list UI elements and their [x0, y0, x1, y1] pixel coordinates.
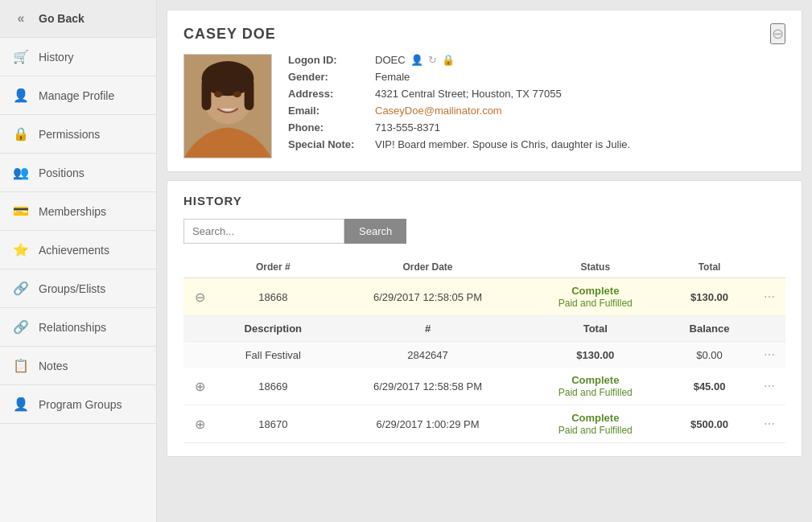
- sub-col-total: Total: [525, 316, 666, 342]
- item-description: Fall Festival: [216, 342, 331, 368]
- sidebar-item-program-groups[interactable]: 👤 Program Groups: [0, 385, 156, 424]
- memberships-icon: 💳: [13, 203, 29, 219]
- sidebar-item-groups-elists[interactable]: 🔗 Groups/Elists: [0, 269, 156, 308]
- minimize-button[interactable]: ⊖: [770, 23, 785, 44]
- go-back-label: Go Back: [39, 12, 84, 25]
- item-more-options-button[interactable]: ⋯: [764, 348, 775, 361]
- order-number: 18670: [216, 405, 331, 443]
- status-sub: Paid and Fulfilled: [559, 387, 633, 398]
- special-note-label: Special Note:: [288, 138, 369, 150]
- phone-value: 713-555-8371: [375, 121, 440, 134]
- lock-icon: 🔒: [442, 54, 455, 66]
- list-item: Fall Festival 2842647 $130.00 $0.00 ⋯: [183, 342, 785, 368]
- sidebar-item-positions[interactable]: 👥 Positions: [0, 154, 156, 192]
- sidebar-item-permissions[interactable]: 🔒 Permissions: [0, 115, 156, 154]
- gender-label: Gender:: [288, 71, 369, 83]
- order-date: 6/29/2017 12:58:58 PM: [331, 368, 526, 405]
- sidebar-item-achievements[interactable]: ⭐ Achievements: [0, 231, 156, 269]
- history-title: HISTORY: [183, 194, 785, 208]
- order-number: 18669: [216, 368, 331, 405]
- go-back-icon: «: [13, 11, 29, 26]
- svg-point-5: [214, 91, 222, 97]
- order-status: Complete Paid and Fulfilled: [525, 368, 666, 405]
- col-order-num: Order #: [216, 257, 331, 278]
- sidebar-item-relationships[interactable]: 🔗 Relationships: [0, 308, 156, 347]
- sidebar-item-history[interactable]: 🛒 History: [0, 38, 156, 76]
- status-complete: Complete: [571, 412, 619, 424]
- expand-button[interactable]: ⊖: [195, 290, 205, 305]
- history-table: Order # Order Date Status Total ⊖ 18668 …: [183, 257, 785, 443]
- col-expand: [183, 257, 216, 278]
- sub-col-description: Description: [216, 316, 331, 342]
- manage-profile-icon: 👤: [13, 88, 29, 103]
- sidebar-item-memberships[interactable]: 💳 Memberships: [0, 192, 156, 231]
- sidebar-item-notes[interactable]: 📋 Notes: [0, 347, 156, 385]
- sidebar: « Go Back 🛒 History 👤 Manage Profile 🔒 P…: [0, 0, 157, 522]
- sidebar-item-manage-profile[interactable]: 👤 Manage Profile: [0, 76, 156, 115]
- sub-col-num: #: [331, 316, 526, 342]
- more-options-button[interactable]: ⋯: [764, 417, 775, 430]
- sidebar-label-memberships: Memberships: [39, 205, 106, 218]
- svg-rect-3: [202, 79, 212, 110]
- email-label: Email:: [288, 105, 369, 117]
- order-total: $45.00: [666, 368, 753, 405]
- go-back-button[interactable]: « Go Back: [0, 0, 156, 38]
- phone-label: Phone:: [288, 121, 369, 134]
- table-row: ⊕ 18669 6/29/2017 12:58:58 PM Complete P…: [183, 368, 785, 405]
- sidebar-label-notes: Notes: [39, 360, 68, 372]
- sidebar-label-positions: Positions: [39, 166, 84, 179]
- logon-value-group: DOEC 👤 ↻ 🔒: [375, 54, 455, 66]
- history-card: HISTORY Search Order # Order Date Status…: [167, 180, 802, 457]
- expand-button[interactable]: ⊕: [195, 417, 205, 432]
- search-input[interactable]: [183, 219, 344, 244]
- logon-label: Logon ID:: [288, 54, 369, 66]
- permissions-icon: 🔒: [13, 126, 29, 142]
- sidebar-label-program-groups: Program Groups: [39, 398, 122, 411]
- sidebar-label-permissions: Permissions: [39, 128, 100, 141]
- more-options-button[interactable]: ⋯: [764, 380, 775, 393]
- special-note-value: VIP! Board member. Spouse is Chris, daug…: [375, 138, 630, 150]
- sidebar-label-history: History: [39, 51, 74, 64]
- groups-elists-icon: 🔗: [13, 281, 29, 296]
- address-label: Address:: [288, 88, 369, 100]
- table-row: ⊕ 18670 6/29/2017 1:00:29 PM Complete Pa…: [183, 405, 785, 443]
- history-icon: 🛒: [13, 49, 29, 64]
- table-row: ⊖ 18668 6/29/2017 12:58:05 PM Complete P…: [183, 278, 785, 316]
- positions-icon: 👥: [13, 165, 29, 180]
- profile-card: CASEY DOE ⊖: [167, 10, 802, 172]
- profile-body: Logon ID: DOEC 👤 ↻ 🔒 Gender: Female Addr…: [183, 54, 785, 158]
- special-note-row: Special Note: VIP! Board member. Spouse …: [288, 138, 785, 150]
- search-button[interactable]: Search: [344, 219, 406, 244]
- order-date: 6/29/2017 12:58:05 PM: [331, 278, 526, 316]
- search-row: Search: [183, 219, 785, 244]
- order-date: 6/29/2017 1:00:29 PM: [331, 405, 526, 443]
- sub-header-row: Description # Total Balance: [183, 316, 785, 342]
- item-total: $130.00: [525, 342, 666, 368]
- status-complete: Complete: [571, 285, 619, 297]
- expand-button[interactable]: ⊕: [195, 379, 205, 394]
- achievements-icon: ⭐: [13, 242, 29, 257]
- email-link[interactable]: CaseyDoe@mailinator.com: [375, 105, 502, 117]
- notes-icon: 📋: [13, 358, 29, 373]
- svg-point-6: [233, 91, 241, 97]
- order-status: Complete Paid and Fulfilled: [525, 405, 666, 443]
- col-status: Status: [525, 257, 666, 278]
- relationships-icon: 🔗: [13, 319, 29, 335]
- more-options-button[interactable]: ⋯: [764, 290, 775, 303]
- sidebar-label-groups-elists: Groups/Elists: [39, 282, 105, 295]
- profile-header: CASEY DOE ⊖: [183, 23, 785, 44]
- main-content: CASEY DOE ⊖: [157, 0, 812, 522]
- item-num: 2842647: [331, 342, 526, 368]
- svg-rect-4: [245, 79, 254, 110]
- order-number: 18668: [216, 278, 331, 316]
- order-total: $130.00: [666, 278, 753, 316]
- col-total: Total: [666, 257, 753, 278]
- sidebar-label-manage-profile: Manage Profile: [39, 89, 114, 102]
- status-complete: Complete: [571, 374, 619, 386]
- col-order-date: Order Date: [331, 257, 526, 278]
- order-total: $500.00: [666, 405, 753, 443]
- col-actions: [753, 257, 785, 278]
- status-sub: Paid and Fulfilled: [559, 298, 633, 309]
- sidebar-label-relationships: Relationships: [39, 321, 106, 334]
- refresh-icon[interactable]: ↻: [428, 54, 437, 66]
